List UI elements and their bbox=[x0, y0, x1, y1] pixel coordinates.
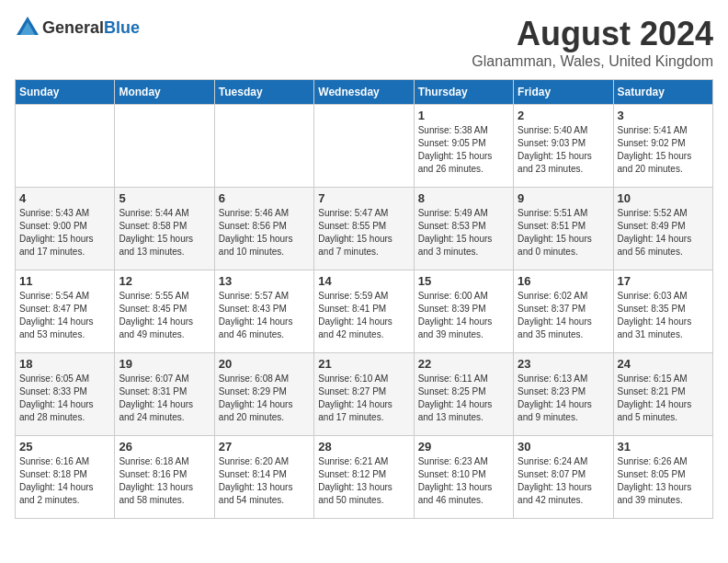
logo: GeneralBlue bbox=[15, 15, 140, 40]
day-info: Sunrise: 6:26 AM Sunset: 8:05 PM Dayligh… bbox=[618, 455, 709, 507]
day-cell: 28Sunrise: 6:21 AM Sunset: 8:12 PM Dayli… bbox=[314, 436, 414, 519]
day-number: 12 bbox=[119, 274, 210, 288]
day-info: Sunrise: 5:41 AM Sunset: 9:02 PM Dayligh… bbox=[618, 124, 709, 176]
day-info: Sunrise: 6:03 AM Sunset: 8:35 PM Dayligh… bbox=[618, 290, 709, 341]
day-header-tuesday: Tuesday bbox=[214, 80, 313, 105]
day-number: 19 bbox=[119, 357, 210, 371]
day-number: 11 bbox=[19, 274, 110, 288]
day-cell: 23Sunrise: 6:13 AM Sunset: 8:23 PM Dayli… bbox=[514, 353, 613, 436]
day-info: Sunrise: 6:24 AM Sunset: 8:07 PM Dayligh… bbox=[518, 455, 609, 507]
day-header-friday: Friday bbox=[514, 80, 613, 105]
day-info: Sunrise: 6:08 AM Sunset: 8:29 PM Dayligh… bbox=[219, 373, 310, 424]
day-cell: 14Sunrise: 5:59 AM Sunset: 8:41 PM Dayli… bbox=[314, 270, 414, 353]
day-info: Sunrise: 5:47 AM Sunset: 8:55 PM Dayligh… bbox=[318, 207, 409, 259]
day-number: 17 bbox=[618, 274, 709, 288]
day-number: 10 bbox=[618, 191, 709, 205]
day-cell: 1Sunrise: 5:38 AM Sunset: 9:05 PM Daylig… bbox=[414, 105, 513, 188]
day-info: Sunrise: 6:23 AM Sunset: 8:10 PM Dayligh… bbox=[418, 455, 509, 507]
logo-icon bbox=[15, 15, 40, 40]
header-row: SundayMondayTuesdayWednesdayThursdayFrid… bbox=[16, 80, 713, 105]
logo-general: General bbox=[42, 18, 104, 37]
day-info: Sunrise: 6:11 AM Sunset: 8:25 PM Dayligh… bbox=[418, 373, 509, 424]
day-cell: 9Sunrise: 5:51 AM Sunset: 8:51 PM Daylig… bbox=[514, 188, 613, 270]
day-number: 20 bbox=[219, 357, 310, 371]
day-number: 3 bbox=[618, 109, 709, 122]
day-header-thursday: Thursday bbox=[414, 80, 513, 105]
day-number: 13 bbox=[219, 274, 310, 288]
day-info: Sunrise: 6:07 AM Sunset: 8:31 PM Dayligh… bbox=[119, 373, 210, 424]
day-info: Sunrise: 6:10 AM Sunset: 8:27 PM Dayligh… bbox=[318, 373, 409, 424]
day-cell: 6Sunrise: 5:46 AM Sunset: 8:56 PM Daylig… bbox=[214, 188, 313, 270]
title-area: August 2024 Glanamman, Wales, United Kin… bbox=[472, 15, 713, 70]
day-number: 9 bbox=[518, 191, 609, 205]
day-number: 27 bbox=[219, 440, 310, 454]
day-number: 18 bbox=[19, 357, 110, 371]
day-cell: 2Sunrise: 5:40 AM Sunset: 9:03 PM Daylig… bbox=[514, 105, 613, 188]
calendar-header: SundayMondayTuesdayWednesdayThursdayFrid… bbox=[16, 80, 713, 105]
day-number: 31 bbox=[618, 440, 709, 454]
day-info: Sunrise: 5:49 AM Sunset: 8:53 PM Dayligh… bbox=[418, 207, 509, 259]
day-number: 4 bbox=[19, 191, 110, 205]
day-info: Sunrise: 6:21 AM Sunset: 8:12 PM Dayligh… bbox=[318, 455, 409, 507]
logo-text: GeneralBlue bbox=[42, 18, 140, 38]
day-cell: 4Sunrise: 5:43 AM Sunset: 9:00 PM Daylig… bbox=[16, 188, 115, 270]
calendar-body: 1Sunrise: 5:38 AM Sunset: 9:05 PM Daylig… bbox=[16, 105, 713, 519]
day-info: Sunrise: 5:57 AM Sunset: 8:43 PM Dayligh… bbox=[219, 290, 310, 341]
day-header-sunday: Sunday bbox=[16, 80, 115, 105]
day-number: 16 bbox=[518, 274, 609, 288]
day-number: 29 bbox=[418, 440, 509, 454]
day-cell: 17Sunrise: 6:03 AM Sunset: 8:35 PM Dayli… bbox=[613, 270, 712, 353]
day-info: Sunrise: 6:15 AM Sunset: 8:21 PM Dayligh… bbox=[618, 373, 709, 424]
day-number: 5 bbox=[119, 191, 210, 205]
calendar-table: SundayMondayTuesdayWednesdayThursdayFrid… bbox=[15, 79, 713, 519]
day-info: Sunrise: 6:18 AM Sunset: 8:16 PM Dayligh… bbox=[119, 455, 210, 507]
day-number: 1 bbox=[418, 109, 509, 122]
day-number: 24 bbox=[618, 357, 709, 371]
day-number: 26 bbox=[119, 440, 210, 454]
day-info: Sunrise: 5:43 AM Sunset: 9:00 PM Dayligh… bbox=[19, 207, 110, 259]
day-cell: 16Sunrise: 6:02 AM Sunset: 8:37 PM Dayli… bbox=[514, 270, 613, 353]
day-info: Sunrise: 5:54 AM Sunset: 8:47 PM Dayligh… bbox=[19, 290, 110, 341]
day-info: Sunrise: 5:38 AM Sunset: 9:05 PM Dayligh… bbox=[418, 124, 509, 176]
calendar-subtitle: Glanamman, Wales, United Kingdom bbox=[472, 53, 713, 70]
day-cell: 21Sunrise: 6:10 AM Sunset: 8:27 PM Dayli… bbox=[314, 353, 414, 436]
day-cell: 12Sunrise: 5:55 AM Sunset: 8:45 PM Dayli… bbox=[115, 270, 214, 353]
day-info: Sunrise: 5:55 AM Sunset: 8:45 PM Dayligh… bbox=[119, 290, 210, 341]
day-cell: 26Sunrise: 6:18 AM Sunset: 8:16 PM Dayli… bbox=[115, 436, 214, 519]
day-number: 30 bbox=[518, 440, 609, 454]
day-cell: 11Sunrise: 5:54 AM Sunset: 8:47 PM Dayli… bbox=[16, 270, 115, 353]
day-cell: 20Sunrise: 6:08 AM Sunset: 8:29 PM Dayli… bbox=[214, 353, 313, 436]
day-info: Sunrise: 6:05 AM Sunset: 8:33 PM Dayligh… bbox=[19, 373, 110, 424]
day-number: 7 bbox=[318, 191, 409, 205]
day-header-saturday: Saturday bbox=[613, 80, 712, 105]
day-cell bbox=[16, 105, 115, 188]
day-cell: 10Sunrise: 5:52 AM Sunset: 8:49 PM Dayli… bbox=[613, 188, 712, 270]
day-info: Sunrise: 6:00 AM Sunset: 8:39 PM Dayligh… bbox=[418, 290, 509, 341]
day-number: 25 bbox=[19, 440, 110, 454]
day-cell bbox=[115, 105, 214, 188]
day-info: Sunrise: 5:44 AM Sunset: 8:58 PM Dayligh… bbox=[119, 207, 210, 259]
day-info: Sunrise: 5:59 AM Sunset: 8:41 PM Dayligh… bbox=[318, 290, 409, 341]
day-number: 6 bbox=[219, 191, 310, 205]
day-info: Sunrise: 5:46 AM Sunset: 8:56 PM Dayligh… bbox=[219, 207, 310, 259]
day-number: 2 bbox=[518, 109, 609, 122]
day-cell: 31Sunrise: 6:26 AM Sunset: 8:05 PM Dayli… bbox=[613, 436, 712, 519]
week-row-3: 11Sunrise: 5:54 AM Sunset: 8:47 PM Dayli… bbox=[16, 270, 713, 353]
day-number: 8 bbox=[418, 191, 509, 205]
day-cell: 22Sunrise: 6:11 AM Sunset: 8:25 PM Dayli… bbox=[414, 353, 513, 436]
day-header-wednesday: Wednesday bbox=[314, 80, 414, 105]
day-number: 15 bbox=[418, 274, 509, 288]
day-cell: 8Sunrise: 5:49 AM Sunset: 8:53 PM Daylig… bbox=[414, 188, 513, 270]
day-cell: 13Sunrise: 5:57 AM Sunset: 8:43 PM Dayli… bbox=[214, 270, 313, 353]
week-row-4: 18Sunrise: 6:05 AM Sunset: 8:33 PM Dayli… bbox=[16, 353, 713, 436]
day-cell: 19Sunrise: 6:07 AM Sunset: 8:31 PM Dayli… bbox=[115, 353, 214, 436]
week-row-5: 25Sunrise: 6:16 AM Sunset: 8:18 PM Dayli… bbox=[16, 436, 713, 519]
day-cell: 27Sunrise: 6:20 AM Sunset: 8:14 PM Dayli… bbox=[214, 436, 313, 519]
day-cell: 7Sunrise: 5:47 AM Sunset: 8:55 PM Daylig… bbox=[314, 188, 414, 270]
day-cell: 24Sunrise: 6:15 AM Sunset: 8:21 PM Dayli… bbox=[613, 353, 712, 436]
day-cell: 5Sunrise: 5:44 AM Sunset: 8:58 PM Daylig… bbox=[115, 188, 214, 270]
day-cell: 15Sunrise: 6:00 AM Sunset: 8:39 PM Dayli… bbox=[414, 270, 513, 353]
day-info: Sunrise: 5:51 AM Sunset: 8:51 PM Dayligh… bbox=[518, 207, 609, 259]
day-info: Sunrise: 6:02 AM Sunset: 8:37 PM Dayligh… bbox=[518, 290, 609, 341]
day-cell: 29Sunrise: 6:23 AM Sunset: 8:10 PM Dayli… bbox=[414, 436, 513, 519]
